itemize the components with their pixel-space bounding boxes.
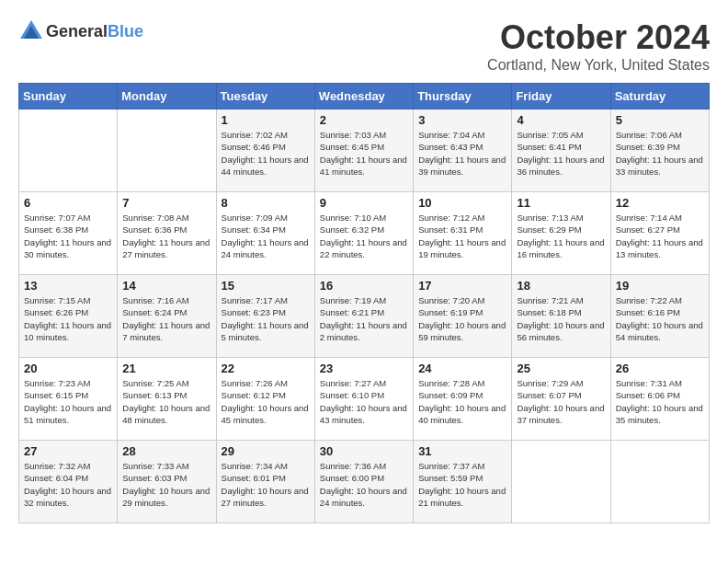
cell-detail: Sunrise: 7:26 AMSunset: 6:12 PMDaylight:…	[222, 377, 310, 426]
logo-general: General	[46, 22, 108, 40]
day-number: 7	[122, 196, 210, 210]
day-number: 30	[320, 444, 408, 458]
cell-detail: Sunrise: 7:33 AMSunset: 6:03 PMDaylight:…	[122, 460, 210, 509]
day-number: 1	[222, 113, 310, 127]
calendar-cell: 8Sunrise: 7:09 AMSunset: 6:34 PMDaylight…	[216, 192, 314, 275]
calendar-cell: 25Sunrise: 7:29 AMSunset: 6:07 PMDayligh…	[512, 358, 610, 441]
cell-detail: Sunrise: 7:22 AMSunset: 6:16 PMDaylight:…	[616, 294, 704, 343]
day-number: 15	[222, 279, 310, 293]
day-number: 18	[517, 279, 605, 293]
calendar-cell: 16Sunrise: 7:19 AMSunset: 6:21 PMDayligh…	[314, 275, 413, 358]
cell-detail: Sunrise: 7:21 AMSunset: 6:18 PMDaylight:…	[517, 294, 605, 343]
day-number: 13	[24, 279, 112, 293]
cell-detail: Sunrise: 7:04 AMSunset: 6:43 PMDaylight:…	[418, 129, 506, 178]
calendar-cell: 10Sunrise: 7:12 AMSunset: 6:31 PMDayligh…	[414, 192, 512, 275]
weekday-header-sunday: Sunday	[19, 84, 118, 109]
calendar-body: 1Sunrise: 7:02 AMSunset: 6:46 PMDaylight…	[19, 109, 710, 523]
weekday-header-thursday: Thursday	[414, 84, 512, 109]
page-header: GeneralBlue October 2024 Cortland, New Y…	[18, 18, 710, 74]
day-number: 8	[222, 196, 310, 210]
cell-detail: Sunrise: 7:16 AMSunset: 6:24 PMDaylight:…	[122, 294, 210, 343]
cell-detail: Sunrise: 7:10 AMSunset: 6:32 PMDaylight:…	[320, 212, 408, 260]
calendar-cell: 18Sunrise: 7:21 AMSunset: 6:18 PMDayligh…	[512, 275, 610, 358]
calendar-cell: 5Sunrise: 7:06 AMSunset: 6:39 PMDaylight…	[610, 109, 709, 192]
logo: GeneralBlue	[18, 18, 143, 44]
day-number: 16	[320, 279, 408, 293]
cell-detail: Sunrise: 7:20 AMSunset: 6:19 PMDaylight:…	[418, 294, 506, 343]
cell-detail: Sunrise: 7:09 AMSunset: 6:34 PMDaylight:…	[222, 212, 310, 260]
calendar-cell: 3Sunrise: 7:04 AMSunset: 6:43 PMDaylight…	[414, 109, 512, 192]
day-number: 12	[616, 196, 704, 210]
cell-detail: Sunrise: 7:31 AMSunset: 6:06 PMDaylight:…	[616, 377, 704, 426]
calendar-week-3: 13Sunrise: 7:15 AMSunset: 6:26 PMDayligh…	[19, 275, 710, 358]
cell-detail: Sunrise: 7:36 AMSunset: 6:00 PMDaylight:…	[320, 460, 408, 509]
calendar-cell: 13Sunrise: 7:15 AMSunset: 6:26 PMDayligh…	[19, 275, 118, 358]
calendar-cell: 11Sunrise: 7:13 AMSunset: 6:29 PMDayligh…	[512, 192, 610, 275]
cell-detail: Sunrise: 7:02 AMSunset: 6:46 PMDaylight:…	[222, 129, 310, 178]
day-number: 29	[222, 444, 310, 458]
day-number: 10	[418, 196, 506, 210]
day-number: 19	[616, 279, 704, 293]
calendar-cell: 28Sunrise: 7:33 AMSunset: 6:03 PMDayligh…	[118, 441, 216, 523]
cell-detail: Sunrise: 7:28 AMSunset: 6:09 PMDaylight:…	[418, 377, 506, 426]
calendar-cell: 1Sunrise: 7:02 AMSunset: 6:46 PMDaylight…	[216, 109, 314, 192]
cell-detail: Sunrise: 7:06 AMSunset: 6:39 PMDaylight:…	[616, 129, 704, 178]
calendar-cell: 30Sunrise: 7:36 AMSunset: 6:00 PMDayligh…	[314, 441, 413, 523]
calendar-cell	[512, 441, 610, 523]
cell-detail: Sunrise: 7:08 AMSunset: 6:36 PMDaylight:…	[122, 212, 210, 260]
calendar-cell: 4Sunrise: 7:05 AMSunset: 6:41 PMDaylight…	[512, 109, 610, 192]
calendar-cell: 29Sunrise: 7:34 AMSunset: 6:01 PMDayligh…	[216, 441, 314, 523]
day-number: 5	[616, 113, 704, 127]
day-number: 31	[418, 444, 506, 458]
day-number: 4	[517, 113, 605, 127]
weekday-header-tuesday: Tuesday	[216, 84, 314, 109]
cell-detail: Sunrise: 7:03 AMSunset: 6:45 PMDaylight:…	[320, 129, 408, 178]
day-number: 26	[616, 362, 704, 375]
day-number: 2	[320, 113, 408, 127]
weekday-header: SundayMondayTuesdayWednesdayThursdayFrid…	[19, 84, 710, 109]
location-title: Cortland, New York, United States	[487, 57, 710, 74]
cell-detail: Sunrise: 7:32 AMSunset: 6:04 PMDaylight:…	[24, 460, 112, 509]
day-number: 28	[122, 444, 210, 458]
cell-detail: Sunrise: 7:13 AMSunset: 6:29 PMDaylight:…	[517, 212, 605, 260]
day-number: 20	[24, 362, 112, 375]
calendar-week-1: 1Sunrise: 7:02 AMSunset: 6:46 PMDaylight…	[19, 109, 710, 192]
cell-detail: Sunrise: 7:15 AMSunset: 6:26 PMDaylight:…	[24, 294, 112, 343]
calendar-cell: 24Sunrise: 7:28 AMSunset: 6:09 PMDayligh…	[414, 358, 512, 441]
calendar-cell	[118, 109, 216, 192]
day-number: 11	[517, 196, 605, 210]
weekday-header-friday: Friday	[512, 84, 610, 109]
calendar-cell: 22Sunrise: 7:26 AMSunset: 6:12 PMDayligh…	[216, 358, 314, 441]
cell-detail: Sunrise: 7:25 AMSunset: 6:13 PMDaylight:…	[122, 377, 210, 426]
calendar-cell: 14Sunrise: 7:16 AMSunset: 6:24 PMDayligh…	[118, 275, 216, 358]
day-number: 27	[24, 444, 112, 458]
calendar-week-4: 20Sunrise: 7:23 AMSunset: 6:15 PMDayligh…	[19, 358, 710, 441]
cell-detail: Sunrise: 7:17 AMSunset: 6:23 PMDaylight:…	[222, 294, 310, 343]
calendar-table: SundayMondayTuesdayWednesdayThursdayFrid…	[18, 83, 710, 523]
calendar-week-5: 27Sunrise: 7:32 AMSunset: 6:04 PMDayligh…	[19, 441, 710, 523]
calendar-cell: 20Sunrise: 7:23 AMSunset: 6:15 PMDayligh…	[19, 358, 118, 441]
day-number: 14	[122, 279, 210, 293]
day-number: 22	[222, 362, 310, 375]
calendar-cell: 2Sunrise: 7:03 AMSunset: 6:45 PMDaylight…	[314, 109, 413, 192]
title-block: October 2024 Cortland, New York, United …	[487, 18, 710, 74]
day-number: 24	[418, 362, 506, 375]
calendar-cell	[19, 109, 118, 192]
calendar-cell: 19Sunrise: 7:22 AMSunset: 6:16 PMDayligh…	[610, 275, 709, 358]
calendar-cell: 12Sunrise: 7:14 AMSunset: 6:27 PMDayligh…	[610, 192, 709, 275]
day-number: 23	[320, 362, 408, 375]
day-number: 25	[517, 362, 605, 375]
calendar-cell: 23Sunrise: 7:27 AMSunset: 6:10 PMDayligh…	[314, 358, 413, 441]
month-title: October 2024	[487, 18, 710, 57]
day-number: 3	[418, 113, 506, 127]
calendar-cell: 9Sunrise: 7:10 AMSunset: 6:32 PMDaylight…	[314, 192, 413, 275]
cell-detail: Sunrise: 7:07 AMSunset: 6:38 PMDaylight:…	[24, 212, 112, 260]
weekday-header-wednesday: Wednesday	[314, 84, 413, 109]
cell-detail: Sunrise: 7:05 AMSunset: 6:41 PMDaylight:…	[517, 129, 605, 178]
cell-detail: Sunrise: 7:34 AMSunset: 6:01 PMDaylight:…	[222, 460, 310, 509]
cell-detail: Sunrise: 7:12 AMSunset: 6:31 PMDaylight:…	[418, 212, 506, 260]
cell-detail: Sunrise: 7:29 AMSunset: 6:07 PMDaylight:…	[517, 377, 605, 426]
calendar-week-2: 6Sunrise: 7:07 AMSunset: 6:38 PMDaylight…	[19, 192, 710, 275]
calendar-cell: 26Sunrise: 7:31 AMSunset: 6:06 PMDayligh…	[610, 358, 709, 441]
calendar-cell: 31Sunrise: 7:37 AMSunset: 5:59 PMDayligh…	[414, 441, 512, 523]
